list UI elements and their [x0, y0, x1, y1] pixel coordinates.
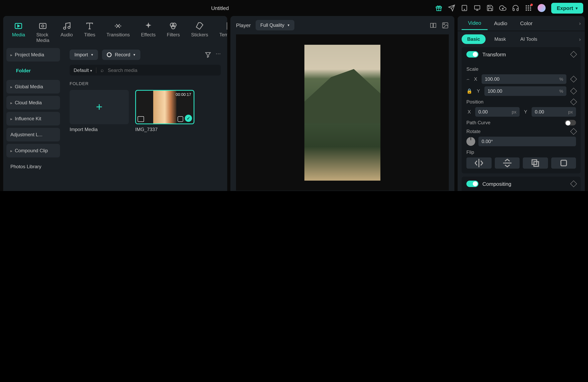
section-compositing: Compositing Blend Mode Normal▾ Opacity 1… [462, 177, 581, 191]
svg-point-21 [172, 25, 175, 29]
compositing-toggle[interactable] [466, 181, 478, 187]
svg-rect-34 [561, 160, 567, 166]
send-icon[interactable] [448, 4, 455, 12]
svg-rect-15 [40, 23, 46, 29]
sidebar-project-media[interactable]: ▸Project Media [6, 48, 60, 61]
path-curve-toggle[interactable] [565, 120, 576, 125]
sidebar-cloud-media[interactable]: ▸Cloud Media [6, 96, 60, 110]
more-icon[interactable]: ⋯ [216, 51, 221, 59]
svg-rect-5 [525, 5, 527, 7]
scale-x-input[interactable]: 100.00% [482, 74, 567, 84]
sidebar-global-media[interactable]: ▸Global Media [6, 80, 60, 94]
inspector-tab-audio[interactable]: Audio [488, 17, 514, 30]
flip-h-button[interactable] [466, 157, 491, 169]
sidebar-influence-kit[interactable]: ▸Influence Kit [6, 112, 60, 125]
svg-rect-33 [534, 162, 539, 166]
sidebar-photos-library[interactable]: Photos Library [6, 160, 60, 173]
svg-rect-8 [525, 7, 527, 9]
compare-icon[interactable] [430, 21, 437, 29]
inspector-tabs-more[interactable]: › [579, 20, 581, 26]
tab-filters[interactable]: Filters [164, 20, 182, 45]
flip-reset-button[interactable] [551, 157, 576, 169]
monitor-icon[interactable] [474, 4, 481, 12]
tab-stickers[interactable]: Stickers [189, 20, 210, 45]
clip-name: IMG_7337 [135, 127, 194, 132]
top-bar: Untitled Export▾ [0, 0, 588, 16]
sidebar-adjustment-layer[interactable]: Adjustment L... [6, 128, 60, 141]
scale-y-keyframe[interactable] [570, 88, 577, 95]
svg-point-3 [464, 9, 465, 10]
project-title: Untitled [5, 5, 435, 11]
rotate-knob[interactable] [466, 137, 475, 146]
compositing-keyframe[interactable] [570, 180, 577, 187]
tab-templates[interactable]: Templates [217, 20, 227, 45]
svg-point-16 [42, 25, 44, 27]
clip-added-icon: ✓ [185, 115, 192, 122]
folder-heading: FOLDER [70, 81, 221, 86]
subtabs-more[interactable]: › [579, 36, 581, 42]
sidebar-compound-clip[interactable]: ▸Compound Clip [6, 144, 60, 157]
quality-dropdown[interactable]: Full Quality▾ [256, 20, 294, 30]
scale-lock-icon[interactable]: 🔒 [466, 88, 472, 94]
import-dropdown[interactable]: Import▾ [70, 50, 98, 60]
record-dropdown[interactable]: Record▾ [102, 50, 140, 60]
picture-icon[interactable] [441, 21, 449, 29]
svg-rect-32 [532, 160, 537, 164]
device-icon[interactable] [461, 4, 468, 12]
inspector-tab-color[interactable]: Color [514, 17, 539, 30]
clip-preview-icon [178, 116, 183, 122]
sidebar-folder[interactable]: Folder [6, 64, 60, 77]
tab-media[interactable]: Media [10, 20, 27, 45]
media-search: Default ▾ ⌕ [70, 65, 221, 76]
gift-icon[interactable] [435, 4, 442, 12]
player-panel: Player Full Quality▾ 00:00:00:00 / 00:00… [231, 16, 454, 191]
sort-dropdown[interactable]: Default ▾ [74, 67, 97, 73]
svg-point-18 [68, 26, 70, 29]
scale-x-keyframe[interactable] [570, 76, 577, 82]
section-transform: Transform Scale ⌢ X 100.00% 🔒 Y 100.00 [462, 47, 581, 173]
export-button[interactable]: Export▾ [551, 3, 583, 13]
svg-rect-6 [528, 5, 529, 7]
tab-stock-media[interactable]: Stock Media [34, 20, 52, 45]
tab-transitions[interactable]: Transitions [104, 20, 132, 45]
inspector-tab-video[interactable]: Video [462, 17, 488, 30]
pos-x-input[interactable]: 0.00px [475, 107, 520, 117]
avatar[interactable] [538, 4, 546, 12]
svg-rect-13 [530, 10, 531, 11]
flip-copy-button[interactable] [523, 157, 548, 169]
flip-v-button[interactable] [495, 157, 520, 169]
transform-keyframe-icon[interactable] [570, 51, 577, 58]
subtab-mask[interactable]: Mask [489, 34, 511, 44]
filter-icon[interactable] [204, 51, 211, 59]
cloud-icon[interactable] [499, 4, 506, 12]
tab-titles[interactable]: Titles [82, 20, 98, 45]
scale-y-input[interactable]: 100.00% [484, 86, 567, 96]
pos-y-input[interactable]: 0.00px [532, 107, 576, 117]
svg-point-28 [443, 23, 445, 25]
svg-rect-22 [227, 23, 227, 29]
svg-rect-26 [434, 23, 436, 27]
transform-toggle[interactable] [466, 51, 478, 57]
save-icon[interactable] [486, 4, 494, 12]
player-label: Player [236, 22, 251, 28]
subtab-ai-tools[interactable]: AI Tools [515, 34, 543, 44]
media-clip-tile[interactable]: 00:00:17 ✓ IMG_7337 [135, 90, 194, 132]
tab-effects[interactable]: Effects [139, 20, 158, 45]
grid-icon[interactable] [525, 4, 532, 12]
clip-type-icon [138, 116, 144, 122]
subtab-basic[interactable]: Basic [462, 34, 486, 44]
rotate-input[interactable]: 0.00° [478, 137, 576, 146]
video-viewport[interactable] [236, 34, 449, 191]
svg-rect-4 [474, 6, 480, 9]
position-keyframe[interactable] [570, 98, 577, 105]
rotate-keyframe[interactable] [570, 128, 577, 135]
svg-rect-11 [525, 10, 527, 11]
svg-rect-9 [528, 7, 529, 9]
plus-icon: + [96, 101, 103, 114]
import-media-tile[interactable]: + Import Media [70, 90, 129, 132]
media-panel: Media Stock Media Audio Titles Transitio… [3, 16, 227, 191]
search-input[interactable] [108, 67, 217, 73]
headphones-icon[interactable] [512, 4, 519, 12]
tab-audio[interactable]: Audio [58, 20, 75, 45]
scale-curve-icon[interactable]: ⌢ [466, 76, 470, 82]
